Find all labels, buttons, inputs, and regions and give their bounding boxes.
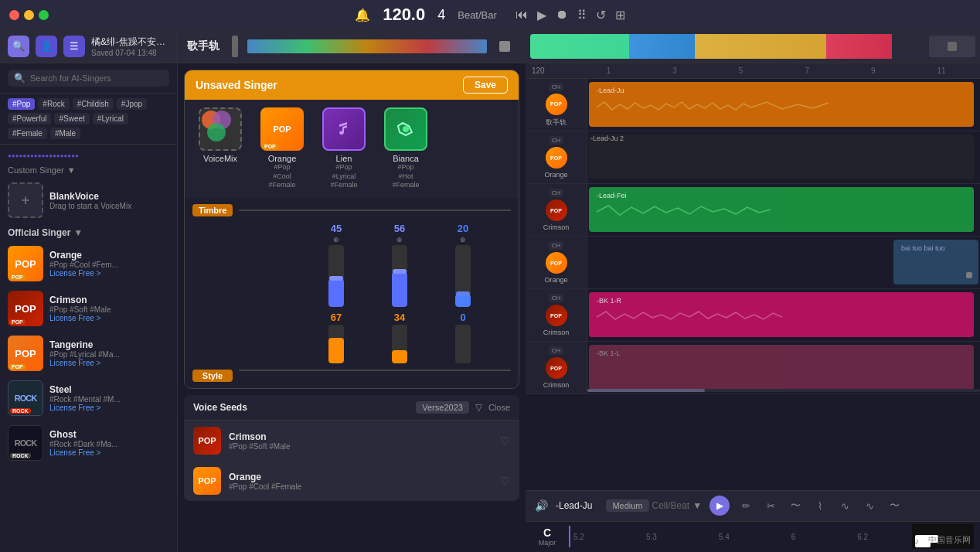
orange-heart-icon[interactable]: ♡ — [500, 475, 510, 487]
orange-slider-thumb[interactable] — [329, 276, 343, 281]
crimson-heart-icon[interactable]: ♡ — [500, 434, 510, 447]
rewind-icon[interactable]: ⏮ — [516, 8, 528, 22]
traffic-lights — [9, 10, 49, 20]
close-button[interactable] — [9, 10, 19, 20]
track-block-6[interactable]: -BK 1-L — [589, 345, 974, 390]
tag-male[interactable]: #Male — [50, 128, 80, 139]
track-content-6[interactable]: -BK 1-L — [587, 342, 980, 394]
modal-bianca-tags: #Pop#Hot#Female — [392, 163, 419, 190]
timbre-row: Timbre — [192, 204, 511, 216]
singer-item-tangerine[interactable]: POP POP Tangerine #Pop #Lyrical #Ma... L… — [0, 331, 177, 376]
loop-icon[interactable]: ↺ — [596, 8, 606, 22]
search-tab-icon[interactable]: 🔍 — [8, 36, 29, 57]
scrollbar-thumb-6[interactable] — [587, 389, 705, 392]
tag-childish[interactable]: #Childish — [73, 98, 114, 110]
orange-bottom-slider[interactable]: 67 — [310, 312, 362, 363]
lien-bottom-slider[interactable]: 34 — [373, 312, 426, 363]
blank-voice-desc: Drag to start a VoiceMix — [49, 202, 169, 210]
grid-icon[interactable]: ⠿ — [577, 8, 587, 22]
track-content-1[interactable]: -Lead-Ju — [587, 79, 980, 131]
modal-bianca-option[interactable]: Bianca #Pop#Hot#Female — [378, 107, 434, 190]
record-icon[interactable]: ⏺ — [556, 8, 568, 22]
bianca-bottom-track — [455, 325, 471, 363]
track-label-3: CH POP Crimson — [526, 184, 587, 236]
track-content-5[interactable]: -BK 1-R — [587, 289, 980, 341]
modal-bianca-name: Bianca — [393, 154, 419, 163]
tag-rock[interactable]: #Rock — [38, 98, 69, 110]
track-content-4[interactable]: bai tuo bai tuo — [587, 237, 980, 288]
tag-powerful[interactable]: #Powerful — [8, 113, 51, 124]
lien-slider-thumb[interactable] — [393, 269, 407, 274]
profile-tab-icon[interactable]: 👤 — [36, 36, 57, 57]
tag-pop[interactable]: #Pop — [8, 98, 35, 110]
scissors-tool-btn[interactable]: ✂ — [762, 497, 779, 514]
track-thumb-1: POP — [546, 94, 567, 115]
ghost-license[interactable]: License Free > — [49, 448, 169, 457]
play-button-small[interactable]: ▶ — [709, 496, 730, 516]
scrollbar-6[interactable] — [587, 389, 980, 392]
track-content-2[interactable]: -Lead-Ju 2 — [587, 131, 980, 183]
cell-beat-chevron[interactable]: ▼ — [692, 500, 702, 511]
blank-voice-item[interactable]: + BlankVoice Drag to start a VoiceMix — [0, 178, 177, 223]
tangerine-license[interactable]: License Free > — [49, 359, 169, 367]
steel-license[interactable]: License Free > — [49, 404, 169, 412]
track-block-4[interactable]: bai tuo bai tuo — [893, 240, 978, 285]
tangerine-tags: #Pop #Lyrical #Ma... — [49, 350, 169, 359]
track-content-3[interactable]: -Lead-Fei — [587, 184, 980, 236]
note-block-small-4 — [966, 272, 972, 278]
tag-lyrical[interactable]: #Lyrical — [93, 113, 128, 124]
lien-bottom-fill — [392, 350, 407, 363]
steel-info: Steel #Rock #Mental #M... License Free > — [49, 384, 169, 412]
pitch-tool-btn[interactable]: ⌇ — [812, 497, 829, 514]
orange-top-slider[interactable]: 45 ⊕ — [310, 223, 362, 307]
track-thumb-3: POP — [546, 199, 567, 221]
modal-orange-option[interactable]: POP POP Orange #Pop#Cool#Female — [254, 107, 310, 190]
key-indicator: C Major — [532, 526, 563, 547]
search-input[interactable] — [30, 73, 163, 83]
minimize-button[interactable] — [24, 10, 34, 20]
tag-female[interactable]: #Female — [8, 128, 47, 139]
chevron-down-icon[interactable]: ▼ — [67, 165, 76, 175]
track-block-3[interactable]: -Lead-Fei — [589, 187, 974, 232]
singer-item-ghost[interactable]: ROCK ROCK Ghost #Rock #Dark #Ma... Licen… — [0, 421, 177, 465]
bell-icon[interactable]: 🔔 — [355, 8, 370, 22]
singer-item-orange[interactable]: POP POP Orange #Pop #Cool #Fem... Licens… — [0, 241, 177, 286]
tilde-tool-btn[interactable]: 〜 — [886, 497, 903, 514]
crimson-seed-item[interactable]: POP Crimson #Pop #Soft #Male ♡ — [184, 421, 519, 461]
bianca-top-slider[interactable]: 20 ⊕ — [437, 223, 489, 307]
singer-item-crimson[interactable]: POP POP Crimson #Pop #Soft #Male License… — [0, 286, 177, 331]
bianca-bottom-slider[interactable]: 0 — [437, 312, 489, 363]
modal-lien-option[interactable]: Lien #Pop#Lyrical#Female — [316, 107, 372, 190]
tag-sweet[interactable]: #Sweet — [54, 113, 89, 124]
vibrato-tool-btn[interactable]: ∿ — [861, 497, 878, 514]
filter-icon[interactable]: ▽ — [475, 402, 482, 413]
transport-controls: ⏮ ▶ ⏺ ⠿ ↺ ⊞ — [516, 8, 625, 22]
tag-jpop[interactable]: #Jpop — [117, 98, 147, 110]
track-block-2-bg — [589, 135, 974, 179]
modal-lien-tags: #Pop#Lyrical#Female — [330, 163, 357, 190]
track-block-1[interactable]: -Lead-Ju — [589, 82, 974, 127]
lien-top-slider[interactable]: 56 ⊕ — [373, 223, 426, 307]
envelope-tool-btn[interactable]: ∿ — [836, 497, 853, 514]
bianca-icon-svg — [395, 118, 417, 140]
track-block-5[interactable]: -BK 1-R — [589, 292, 974, 337]
save-button[interactable]: Save — [463, 77, 508, 94]
orange-license[interactable]: License Free > — [49, 269, 169, 278]
bianca-slider-thumb[interactable] — [456, 291, 470, 296]
volume-icon[interactable]: 🔊 — [535, 499, 548, 512]
menu-tab-icon[interactable]: ☰ — [63, 36, 85, 57]
singer-item-steel[interactable]: ROCK ROCK Steel #Rock #Mental #M... Lice… — [0, 376, 177, 421]
crimson-license[interactable]: License Free > — [49, 314, 169, 322]
orange-seed-item[interactable]: POP Orange #Pop #Cool #Female ♡ — [184, 461, 519, 501]
expand-icon[interactable]: ⊞ — [615, 8, 625, 22]
official-chevron-icon[interactable]: ▼ — [73, 227, 83, 238]
track-block-label-5: -BK 1-R — [594, 295, 969, 306]
play-icon[interactable]: ▶ — [537, 8, 546, 22]
waveform-svg-1 — [597, 98, 966, 117]
voice-mix-option[interactable]: VoiceMix — [192, 107, 248, 190]
maximize-button[interactable] — [39, 10, 49, 20]
close-seeds-button[interactable]: Close — [488, 403, 510, 412]
wave-tool-btn[interactable]: 〜 — [787, 497, 804, 514]
pencil-tool-btn[interactable]: ✏ — [737, 497, 754, 514]
search-box[interactable]: 🔍 — [8, 70, 169, 87]
